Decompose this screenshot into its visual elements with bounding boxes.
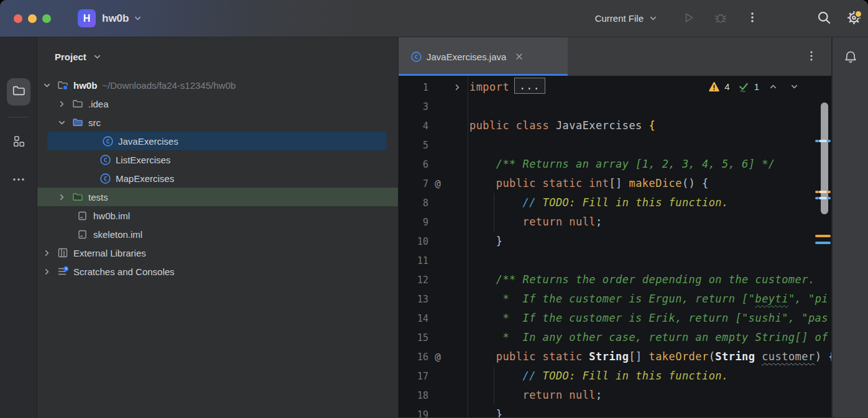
tree-chevron-right-icon[interactable] <box>42 248 57 258</box>
tree-chevron-right-icon[interactable] <box>57 193 72 202</box>
tree-chevron-right-icon[interactable] <box>42 267 57 276</box>
code-line-14: 14 * If the customer is Erik, return ["s… <box>399 309 831 328</box>
tree-label: MapExercises <box>116 173 174 184</box>
tree-label: .idea <box>88 99 109 109</box>
code-text: } <box>468 232 502 251</box>
debug-button[interactable] <box>713 10 728 27</box>
code-text: return null; <box>468 212 603 232</box>
code-text: * If the customer is Erik, return ["sush… <box>468 309 828 328</box>
java-class-icon: C <box>410 51 425 63</box>
scrollbar-blue-mark <box>815 197 831 199</box>
project-tool-window-button[interactable] <box>7 78 30 106</box>
structure-icon <box>12 135 25 150</box>
line-number: 9 <box>399 217 428 228</box>
code-line-7: 7@ public static int[] makeDice() { <box>399 174 831 193</box>
scrollbar-blue-mark <box>815 140 831 142</box>
minimize-window-button[interactable] <box>28 14 37 23</box>
zoom-window-button[interactable] <box>42 14 51 23</box>
ext-lib-icon <box>57 247 71 258</box>
tree-row-hw0b-iml[interactable]: hw0b.iml <box>37 206 398 225</box>
tree-row-skeleton-iml[interactable]: skeleton.iml <box>37 225 398 243</box>
file-iml-icon <box>77 211 91 221</box>
tree-row-tests[interactable]: tests <box>37 188 398 206</box>
code-editor[interactable]: 1import...34public class JavaExercises {… <box>399 76 831 417</box>
tree-row-hw0b[interactable]: hw0b~/Downloads/fa24-s12345/hw0b <box>37 76 398 94</box>
folder-module-icon <box>57 80 71 91</box>
settings-button[interactable] <box>846 9 862 28</box>
scratches-icon <box>57 266 71 278</box>
project-menu-chevron-icon[interactable] <box>133 14 142 23</box>
line-number: 3 <box>399 101 428 112</box>
code-line-8: 8 // TODO: Fill in this function. <box>399 193 831 212</box>
folded-import-region[interactable]: ... <box>514 78 545 94</box>
code-text: public class JavaExercises { <box>468 116 655 135</box>
bell-icon <box>843 56 858 66</box>
tree-path: ~/Downloads/fa24-s12345/hw0b <box>102 80 236 91</box>
indent-guide <box>494 366 494 405</box>
code-line-17: 17 // TODO: Fill in this function. <box>399 366 831 386</box>
prev-problem-button[interactable] <box>769 82 778 91</box>
next-problem-button[interactable] <box>790 82 799 91</box>
code-line-19: 19 } <box>399 405 831 417</box>
folder-src-icon <box>72 117 86 128</box>
run-configuration-chevron-icon[interactable] <box>649 14 658 23</box>
code-text: return null; <box>468 386 603 405</box>
titlebar-right-group: Current File <box>595 9 868 28</box>
more-tool-windows-button[interactable] <box>8 173 29 186</box>
structure-tool-window-button[interactable] <box>9 134 29 150</box>
line-number: 12 <box>399 275 428 286</box>
play-icon <box>681 11 696 27</box>
editor-tab-bar: C JavaExercises.java <box>399 37 831 76</box>
tree-row-mapexercises[interactable]: CMapExercises <box>37 169 398 188</box>
tab-javaexercises[interactable]: C JavaExercises.java <box>399 37 568 76</box>
tree-label: External Libraries <box>73 248 146 258</box>
project-tree: hw0b~/Downloads/fa24-s12345/hw0b.ideasrc… <box>37 76 398 281</box>
line-number: 7 <box>399 178 428 189</box>
code-text: public static int[] makeDice() { <box>468 174 709 193</box>
tree-chevron-down-icon[interactable] <box>57 118 72 127</box>
tree-row-javaexercises[interactable]: CJavaExercises <box>47 132 387 150</box>
code-text: // TODO: Fill in this function. <box>468 366 729 386</box>
project-badge-letter: H <box>83 13 91 24</box>
ide-window: H hw0b Current File Project <box>0 0 868 418</box>
typo-count: 1 <box>754 81 759 92</box>
tree-row-listexercises[interactable]: CListExercises <box>37 150 398 169</box>
code-line-10: 10 } <box>399 232 831 251</box>
code-text: /** Returns the order depending on the c… <box>468 270 815 289</box>
warning-icon <box>708 81 720 93</box>
tree-row-scratches-and-consoles[interactable]: Scratches and Consoles <box>37 262 398 281</box>
left-tool-stripe <box>0 37 37 417</box>
tree-chevron-down-icon[interactable] <box>42 81 57 90</box>
project-badge[interactable]: H <box>78 9 96 27</box>
fold-chevron-icon[interactable] <box>447 83 468 92</box>
run-button[interactable] <box>681 11 696 27</box>
run-configuration-selector[interactable]: Current File <box>595 13 644 24</box>
tree-chevron-right-icon[interactable] <box>57 99 72 109</box>
code-line-13: 13 * If the customer is Ergun, return ["… <box>399 289 831 309</box>
project-folder-icon <box>12 84 25 100</box>
notifications-button[interactable] <box>843 50 858 67</box>
more-actions-button[interactable] <box>747 11 758 26</box>
project-name[interactable]: hw0b <box>102 12 129 25</box>
tree-row--idea[interactable]: .idea <box>37 94 398 113</box>
tree-row-external-libraries[interactable]: External Libraries <box>37 243 398 262</box>
inspections-widget[interactable]: 4 1 <box>708 81 799 93</box>
tree-label: JavaExercises <box>118 136 178 147</box>
search-everywhere-button[interactable] <box>816 10 832 27</box>
tree-row-src[interactable]: src <box>37 113 398 132</box>
line-number: 19 <box>399 409 428 418</box>
file-iml-icon <box>77 229 91 240</box>
project-panel-header[interactable]: Project <box>37 37 398 76</box>
class-icon: C <box>99 154 113 166</box>
project-view-chevron-icon[interactable] <box>93 52 102 61</box>
indent-guide <box>494 193 494 232</box>
close-window-button[interactable] <box>14 14 22 23</box>
code-line-4: 4public class JavaExercises { <box>399 116 831 135</box>
line-number: 10 <box>399 236 428 247</box>
close-tab-icon[interactable] <box>515 52 524 61</box>
tab-options-button[interactable] <box>806 50 816 65</box>
more-dots-icon <box>12 174 25 185</box>
code-text: // TODO: Fill in this function. <box>468 193 729 212</box>
code-line-5: 5 <box>399 135 831 155</box>
code-line-9: 9 return null; <box>399 212 831 232</box>
